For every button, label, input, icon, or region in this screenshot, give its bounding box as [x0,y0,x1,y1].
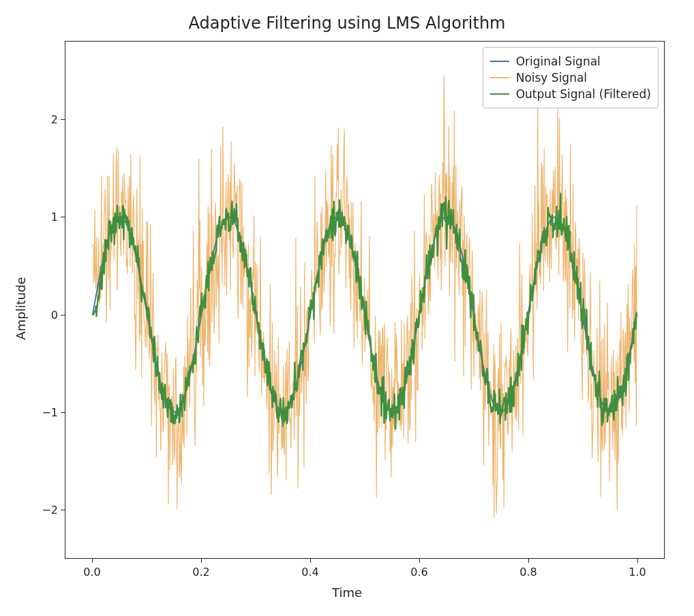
y-tick-label: −1 [37,405,58,418]
x-tick-label: 0.8 [519,566,537,579]
y-tick-label: 2 [37,112,58,125]
legend-label: Original Signal [516,55,601,68]
x-tick-label: 0.6 [410,566,427,579]
legend-entry: Original Signal [490,53,651,70]
x-tick-mark [637,559,638,563]
legend-swatch-noisy [490,77,509,78]
x-tick-label: 1.0 [629,566,646,579]
x-tick-label: 0.0 [83,566,100,579]
x-tick-mark [92,559,93,563]
legend-swatch-filtered [490,93,509,95]
y-tick-label: 1 [37,211,58,224]
filtered-signal-line [93,194,637,429]
legend-label: Output Signal (Filtered) [516,87,651,101]
chart-title: Adaptive Filtering using LMS Algorithm [0,14,694,33]
x-tick-mark [419,559,420,563]
y-tick-mark [61,315,65,315]
x-tick-mark [528,559,529,563]
noisy-signal-line [93,76,637,517]
y-axis-label: Amplitude [14,277,28,339]
legend-entry: Noisy Signal [490,70,651,86]
legend-label: Noisy Signal [516,71,587,84]
legend: Original Signal Noisy Signal Output Sign… [483,47,659,108]
y-tick-mark [61,217,65,217]
legend-swatch-original [490,61,509,62]
legend-entry: Output Signal (Filtered) [490,86,651,102]
plot-svg [65,42,664,558]
x-tick-label: 0.2 [192,566,209,579]
y-tick-label: 0 [37,308,58,321]
x-tick-mark [201,559,202,563]
x-axis-label: Time [0,585,694,600]
y-tick-mark [61,412,65,413]
y-tick-mark [61,119,65,120]
y-tick-mark [61,510,65,510]
plot-area: Original Signal Noisy Signal Output Sign… [65,41,665,559]
figure: Adaptive Filtering using LMS Algorithm A… [0,0,694,616]
y-tick-label: −2 [37,504,58,517]
x-tick-mark [310,559,311,563]
x-tick-label: 0.4 [301,566,318,579]
y-axis-label-container: Amplitude [12,0,29,616]
